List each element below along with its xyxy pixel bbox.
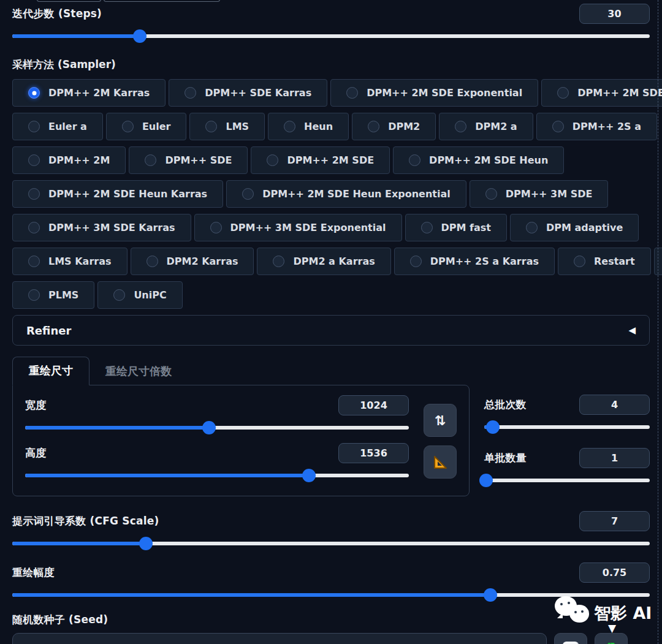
swap-dimensions-button[interactable]: ⇅ (424, 404, 457, 437)
sampler-option-dpm-sde-karras[interactable]: DPM++ SDE Karras (169, 79, 327, 107)
sampler-option-dpm-2m-sde-heun-karras[interactable]: DPM++ 2M SDE Heun Karras (12, 180, 223, 208)
radio-icon[interactable] (485, 188, 497, 200)
width-input[interactable] (338, 395, 409, 415)
denoise-input[interactable] (579, 563, 650, 583)
slider-handle[interactable] (479, 474, 493, 487)
sampler-option-restart[interactable]: Restart (558, 248, 651, 275)
sampler-option-euler[interactable]: Euler (106, 113, 187, 140)
sampler-option-dpm2[interactable]: DPM2 (352, 113, 436, 140)
sampler-option-dpm2-a-karras[interactable]: DPM2 a Karras (257, 248, 390, 275)
radio-icon[interactable] (574, 256, 585, 267)
radio-icon[interactable] (552, 121, 564, 132)
denoise-slider[interactable] (12, 588, 650, 602)
aspect-ratio-button[interactable] (424, 445, 457, 479)
seed-label: 随机数种子 (Seed) (12, 613, 108, 626)
reuse-seed-button[interactable]: ♻ (595, 633, 628, 644)
radio-icon[interactable] (526, 222, 538, 233)
tab-resize-to[interactable]: 重绘尺寸 (12, 357, 89, 385)
recycle-icon: ♻ (603, 640, 620, 644)
steps-slider[interactable] (12, 29, 650, 43)
slider-handle[interactable] (202, 421, 216, 434)
sampler-option-dpm2-a[interactable]: DPM2 a (439, 113, 533, 140)
sampler-option-dpm-2m[interactable]: DPM++ 2M (12, 146, 126, 174)
sampler-option-label: DPM fast (441, 222, 491, 233)
sampler-option-dpm-adaptive[interactable]: DPM adaptive (510, 214, 639, 241)
radio-icon[interactable] (185, 87, 196, 99)
height-slider[interactable] (25, 469, 409, 482)
radio-icon[interactable] (28, 154, 40, 166)
sampler-option-dpm-3m-sde-karras[interactable]: DPM++ 3M SDE Karras (12, 214, 191, 241)
radio-icon[interactable] (205, 121, 217, 132)
slider-handle[interactable] (133, 29, 146, 43)
radio-icon[interactable] (557, 87, 569, 99)
radio-icon[interactable] (145, 154, 156, 166)
height-input[interactable] (338, 443, 409, 463)
sampler-option-lms[interactable]: LMS (189, 113, 265, 140)
collapse-arrow-icon[interactable]: ◀ (628, 325, 636, 336)
seed-input[interactable] (12, 633, 547, 644)
sampler-option-dpm-2m-sde-karras[interactable]: DPM++ 2M SDE Karras (541, 79, 662, 107)
radio-icon[interactable] (346, 87, 358, 99)
batch-size-input[interactable] (579, 448, 650, 468)
batch-size-slider[interactable] (484, 474, 650, 487)
width-slider[interactable] (25, 421, 409, 434)
radio-icon[interactable] (267, 154, 278, 166)
radio-icon[interactable] (284, 121, 295, 132)
slider-handle[interactable] (484, 588, 497, 602)
sampler-option-dpm-fast[interactable]: DPM fast (405, 214, 507, 241)
sampler-option-label: Euler (142, 121, 171, 132)
sampler-option-label: Restart (594, 256, 635, 267)
sampler-option-dpm-2m-karras[interactable]: DPM++ 2M Karras (12, 79, 166, 107)
sampler-option-heun[interactable]: Heun (268, 113, 349, 140)
radio-icon[interactable] (242, 188, 254, 200)
random-seed-button[interactable] (554, 633, 587, 644)
sampler-option-label: Euler a (48, 121, 87, 132)
panel-resize-gutter[interactable] (658, 0, 658, 644)
radio-icon[interactable] (28, 289, 40, 301)
sampler-option-dpm-2m-sde[interactable]: DPM++ 2M SDE (251, 146, 390, 174)
sampler-option-dpm-3m-sde[interactable]: DPM++ 3M SDE (470, 180, 609, 208)
radio-icon[interactable] (28, 87, 40, 99)
tab-resize-by[interactable]: 重绘尺寸倍数 (89, 358, 188, 385)
sampler-option-lms-karras[interactable]: LMS Karras (12, 248, 127, 275)
sampler-option-label: DPM adaptive (546, 222, 623, 233)
slider-handle[interactable] (139, 537, 153, 550)
sampler-option-unipc[interactable]: UniPC (97, 281, 182, 309)
radio-icon[interactable] (122, 121, 134, 132)
radio-icon[interactable] (146, 256, 158, 267)
slider-handle[interactable] (302, 469, 316, 482)
radio-icon[interactable] (421, 222, 433, 233)
radio-icon[interactable] (368, 121, 379, 132)
sampler-option-label: DPM2 (388, 121, 420, 132)
radio-icon[interactable] (28, 256, 40, 267)
slider-handle[interactable] (486, 420, 500, 434)
sampler-option-euler-a[interactable]: Euler a (12, 113, 103, 140)
batch-count-input[interactable] (579, 395, 650, 415)
radio-icon[interactable] (455, 121, 466, 132)
radio-icon[interactable] (273, 256, 284, 267)
radio-icon[interactable] (210, 222, 222, 233)
sampler-option-dpm-2m-sde-heun-exponential[interactable]: DPM++ 2M SDE Heun Exponential (226, 180, 466, 208)
radio-icon[interactable] (28, 222, 40, 233)
sampler-option-label: DPM++ 3M SDE Exponential (230, 222, 386, 233)
cfg-slider[interactable] (12, 537, 650, 550)
radio-icon[interactable] (28, 188, 40, 200)
steps-input[interactable] (579, 4, 650, 24)
radio-icon[interactable] (113, 289, 125, 301)
batch-count-slider[interactable] (484, 420, 650, 434)
sampler-option-dpm-sde[interactable]: DPM++ SDE (129, 146, 248, 174)
radio-icon[interactable] (409, 154, 420, 166)
sampler-option-plms[interactable]: PLMS (12, 281, 94, 309)
slider-track (484, 425, 650, 429)
refiner-accordion[interactable]: Refiner ◀ (12, 315, 650, 346)
sampler-option-dpm-2m-sde-heun[interactable]: DPM++ 2M SDE Heun (393, 146, 564, 174)
sampler-option-dpm2-karras[interactable]: DPM2 Karras (131, 248, 254, 275)
sampler-option-dpm-2m-sde-exponential[interactable]: DPM++ 2M SDE Exponential (330, 79, 538, 107)
cfg-input[interactable] (579, 511, 650, 531)
sampler-option-dpm-2s-a-karras[interactable]: DPM++ 2S a Karras (394, 248, 555, 275)
radio-icon[interactable] (410, 256, 422, 267)
radio-icon[interactable] (28, 121, 40, 132)
sampler-option-dpm-3m-sde-exponential[interactable]: DPM++ 3M SDE Exponential (194, 214, 402, 241)
sampler-option-dpm-2s-a[interactable]: DPM++ 2S a (536, 113, 657, 140)
slider-fill (12, 593, 490, 597)
